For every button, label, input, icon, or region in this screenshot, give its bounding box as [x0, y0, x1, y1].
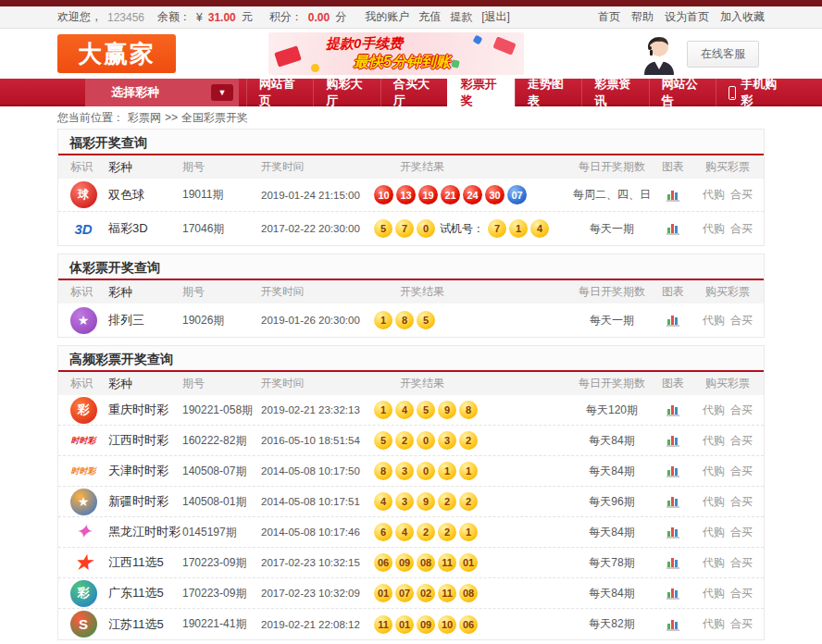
col-header-buy: 购买彩票	[691, 159, 764, 175]
nav-item[interactable]: 手机购彩	[716, 79, 794, 106]
draw-schedule: 每天84期	[569, 586, 654, 601]
lottery-name[interactable]: 江苏11选5	[108, 616, 182, 633]
chart-icon[interactable]	[666, 402, 680, 417]
breadcrumb-site-link[interactable]: 彩票网	[128, 111, 161, 124]
draw-schedule: 每天84期	[569, 433, 654, 449]
topbar-link[interactable]: [退出]	[481, 9, 510, 25]
daigou-link[interactable]: 代购	[703, 187, 725, 203]
issue-number: 170223-09期	[182, 555, 261, 571]
lottery-logo[interactable]: ★	[73, 550, 93, 576]
lottery-logo[interactable]: ✦	[75, 520, 92, 544]
lottery-name[interactable]: 江西时时彩	[108, 432, 182, 449]
lottery-name[interactable]: 广东11选5	[108, 585, 182, 601]
nav-item[interactable]: 网站公告	[649, 79, 716, 106]
lottery-name[interactable]: 重庆时时彩	[108, 402, 182, 418]
lottery-logo[interactable]: S	[70, 611, 97, 638]
col-header-time: 开奖时间	[261, 160, 374, 174]
daigou-link[interactable]: 代购	[703, 494, 725, 510]
online-service-button[interactable]: 在线客服	[687, 41, 759, 68]
draw-time: 2019-01-24 21:15:00	[261, 190, 374, 201]
draw-time: 2017-02-23 10:32:15	[261, 557, 374, 568]
lottery-logo[interactable]: ★	[70, 489, 97, 515]
lottery-name[interactable]: 排列三	[108, 312, 182, 328]
topbar-link[interactable]: 我的账户	[365, 9, 409, 25]
result-ball: 01	[459, 553, 478, 572]
draw-result: 185	[374, 311, 569, 329]
lottery-name[interactable]: 新疆时时彩	[108, 493, 182, 510]
chart-icon[interactable]	[666, 494, 680, 509]
lottery-logo[interactable]: 球	[70, 181, 97, 208]
topbar-link[interactable]: 提款	[450, 9, 472, 25]
hemai-link[interactable]: 合买	[730, 525, 753, 540]
chart-icon[interactable]	[666, 313, 680, 328]
topbar-link[interactable]: 充值	[418, 9, 441, 25]
lottery-name[interactable]: 黑龙江时时彩	[108, 524, 182, 540]
lottery-name[interactable]: 江西11选5	[108, 554, 182, 571]
nav-item[interactable]: 走势图表	[515, 79, 581, 106]
site-logo[interactable]: 大赢家	[57, 34, 176, 73]
chevron-down-icon[interactable]: ▼	[211, 84, 233, 101]
select-lottery-dropdown[interactable]: 选择彩种 ▼	[85, 79, 239, 106]
nav-item[interactable]: 购彩大厅	[313, 79, 380, 106]
chart-icon[interactable]	[666, 433, 680, 448]
nav-item-label: 网站首页	[259, 76, 301, 109]
lottery-logo[interactable]: 彩	[70, 397, 97, 424]
chart-icon[interactable]	[666, 525, 680, 539]
result-ball: 5	[374, 219, 392, 238]
daigou-link[interactable]: 代购	[703, 433, 725, 449]
lottery-name[interactable]: 天津时时彩	[108, 463, 182, 479]
issue-number: 160222-82期	[182, 433, 261, 449]
lottery-logo[interactable]: 彩	[70, 580, 97, 607]
col-header-schedule: 每日开奖期数	[569, 159, 654, 175]
issue-number: 17046期	[182, 221, 261, 237]
daigou-link[interactable]: 代购	[703, 586, 725, 601]
nav-item[interactable]: 网站首页	[246, 79, 313, 106]
hemai-link[interactable]: 合买	[730, 433, 753, 449]
result-ball: 2	[438, 492, 456, 511]
chart-icon[interactable]	[666, 464, 680, 478]
gaopin-section: 高频彩票开奖查询 标识 彩种 期号 开奖时间 开奖结果 每日开奖期数 图表 购买…	[57, 345, 765, 640]
daigou-link[interactable]: 代购	[703, 525, 725, 540]
topbar-right-link[interactable]: 帮助	[631, 9, 654, 25]
result-ball: 1	[374, 401, 392, 419]
hemai-link[interactable]: 合买	[730, 586, 753, 601]
chart-icon[interactable]	[666, 221, 680, 236]
points-unit: 分	[335, 9, 346, 25]
nav-item[interactable]: 彩票资讯	[581, 79, 648, 106]
lottery-logo[interactable]: ★	[70, 307, 97, 334]
topbar-right-link[interactable]: 首页	[598, 9, 620, 25]
lottery-logo[interactable]: 3D	[74, 221, 92, 237]
chart-icon[interactable]	[666, 555, 680, 570]
chart-icon[interactable]	[666, 188, 680, 203]
nav-item[interactable]: 合买大厅	[380, 79, 447, 106]
hemai-link[interactable]: 合买	[730, 187, 753, 203]
hemai-link[interactable]: 合买	[730, 616, 753, 632]
daigou-link[interactable]: 代购	[703, 402, 725, 418]
topbar-right-link[interactable]: 设为首页	[665, 9, 709, 25]
result-ball: 06	[374, 553, 392, 572]
lottery-name[interactable]: 双色球	[108, 187, 182, 204]
chart-icon[interactable]	[666, 617, 680, 632]
hemai-link[interactable]: 合买	[730, 313, 753, 328]
hemai-link[interactable]: 合买	[730, 221, 753, 237]
col-header-result: 开奖结果	[374, 284, 569, 300]
lottery-logo[interactable]: 时时彩	[71, 465, 96, 477]
nav-item[interactable]: 彩票开奖	[447, 79, 514, 106]
result-ball: 5	[417, 401, 435, 419]
daigou-link[interactable]: 代购	[703, 313, 725, 328]
hemai-link[interactable]: 合买	[730, 464, 753, 479]
select-lottery-label: 选择彩种	[111, 84, 211, 101]
lottery-logo[interactable]: 时时彩	[71, 435, 96, 447]
daigou-link[interactable]: 代购	[703, 464, 725, 479]
promo-banner[interactable]: 提款0手续费 最快5分钟到账	[268, 32, 524, 75]
chart-icon[interactable]	[666, 586, 680, 601]
col-header-logo: 标识	[58, 159, 108, 175]
daigou-link[interactable]: 代购	[703, 221, 725, 237]
hemai-link[interactable]: 合买	[730, 494, 753, 510]
hemai-link[interactable]: 合买	[730, 555, 753, 571]
daigou-link[interactable]: 代购	[703, 616, 725, 632]
lottery-name[interactable]: 福彩3D	[108, 220, 182, 237]
daigou-link[interactable]: 代购	[703, 555, 725, 571]
hemai-link[interactable]: 合买	[730, 402, 753, 418]
topbar-right-link[interactable]: 加入收藏	[720, 9, 765, 25]
